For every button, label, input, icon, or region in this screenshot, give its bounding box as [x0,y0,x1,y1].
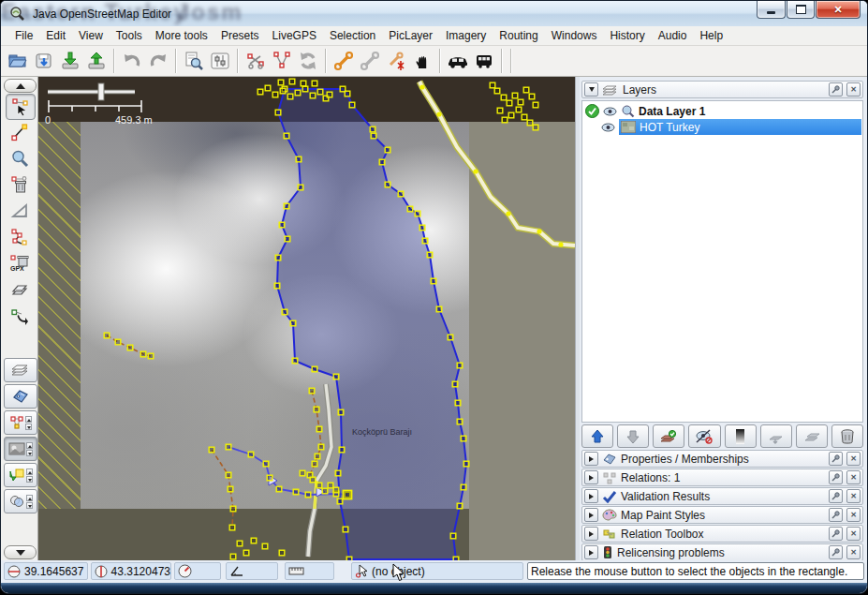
panel-relicensing[interactable]: Relicensing problems ✕ [581,543,863,561]
select-tool-button[interactable] [6,94,36,120]
map-canvas[interactable]: Koçköprü Barajı 0 459.3 m [38,77,575,560]
layer-duplicate-button[interactable] [796,424,828,448]
map-styles-button[interactable] [4,489,37,513]
layer-row-data-layer[interactable]: Data Layer 1 [583,103,861,119]
car-button[interactable] [445,48,471,74]
download-along-button[interactable] [4,463,37,487]
layer-name[interactable]: HOT Turkey [640,121,699,134]
relation-panel-button[interactable] [4,410,37,435]
panel-validation[interactable]: Validation Results ✕ [581,487,863,505]
menu-help[interactable]: Help [693,27,729,44]
close-panel-button[interactable]: ✕ [846,545,861,559]
pin-button[interactable] [829,470,843,484]
selected-layer-highlight[interactable]: HOT Turkey [619,119,861,135]
menu-tools[interactable]: Tools [110,27,149,44]
layer-opacity-button[interactable] [725,424,757,448]
pin-button[interactable] [829,452,843,466]
close-button[interactable]: ✕ [816,1,861,19]
close-panel-button[interactable]: ✕ [846,527,861,541]
expand-button[interactable] [584,527,598,541]
unglue-button[interactable] [243,48,269,74]
menu-piclayer[interactable]: PicLayer [382,27,439,44]
layer-visibility-button[interactable] [688,424,720,448]
expand-button[interactable] [584,545,598,559]
maximize-button[interactable] [787,1,815,19]
lake-polygon[interactable] [277,89,466,559]
pin-button[interactable] [829,489,843,503]
expand-button[interactable] [584,452,598,466]
upload-button[interactable] [83,48,110,74]
move-node-tool-button[interactable] [6,304,34,328]
layer-delete-button[interactable] [831,424,863,448]
menu-edit[interactable]: Edit [39,27,72,44]
bus-button[interactable] [471,48,497,74]
extrude-tool-button[interactable] [6,277,34,302]
layer-row-hot-turkey[interactable]: HOT Turkey [583,119,861,135]
scroll-down-button[interactable] [4,545,37,559]
layers-panel-button[interactable] [4,358,37,382]
selected-node[interactable] [344,491,352,499]
delete-tool-button[interactable] [6,172,34,197]
hand-button[interactable] [409,48,435,74]
spinner-control[interactable] [25,416,32,430]
layer-merge-button[interactable] [760,424,792,448]
zoom-slider[interactable] [48,83,135,100]
way-road-main[interactable] [419,82,575,245]
close-panel-button[interactable]: ✕ [846,508,861,522]
menu-file[interactable]: File [8,27,39,44]
zoom-slider-thumb[interactable] [98,83,104,100]
pin-button[interactable] [829,527,843,541]
zoom-tool-button[interactable] [6,146,34,171]
menu-history[interactable]: History [603,27,651,44]
close-panel-button[interactable]: ✕ [846,82,861,97]
title-bar[interactable]: Josm Eastern Turkey Java OpenStreetMap E… [1,1,867,27]
refresh-button[interactable] [295,48,321,74]
spinner-control[interactable] [26,469,33,483]
layer-down-button[interactable] [617,424,649,448]
close-panel-button[interactable]: ✕ [846,470,861,484]
menu-view[interactable]: View [72,27,110,44]
close-panel-button[interactable]: ✕ [846,452,861,466]
open-button[interactable] [5,48,31,74]
scroll-up-button[interactable] [4,79,37,93]
map-vector-layer[interactable]: Koçköprü Barajı 0 459.3 m [38,77,575,560]
menu-windows[interactable]: Windows [545,27,604,44]
collapse-button[interactable] [584,82,598,97]
search-presets-button[interactable] [181,48,207,74]
measure-tool-button[interactable] [6,199,34,223]
pin-button[interactable] [829,82,843,97]
layer-up-button[interactable] [581,424,613,448]
panel-properties[interactable]: Properties / Memberships ✕ [581,450,863,468]
follow-line-tool-button[interactable] [6,225,34,249]
preferences-button[interactable] [207,48,233,74]
menu-presets[interactable]: Presets [214,27,266,44]
redo-button[interactable] [145,48,171,74]
panel-relation-toolbox[interactable]: Relation Toolbox ✕ [581,525,863,543]
expand-button[interactable] [584,508,598,522]
spinner-control[interactable] [26,495,33,509]
pin-button[interactable] [829,545,843,559]
save-button[interactable] [31,48,57,74]
layer-activate-button[interactable] [653,424,684,448]
menu-audio[interactable]: Audio [652,27,694,44]
expand-button[interactable] [584,489,598,503]
imagery-panel-button[interactable] [4,437,37,461]
close-panel-button[interactable]: ✕ [846,489,861,503]
spinner-control[interactable] [26,442,33,456]
undo-button[interactable] [119,48,145,74]
tags-panel-button[interactable] [4,384,37,409]
panel-map-paint-styles[interactable]: Map Paint Styles ✕ [581,506,863,524]
pin-button[interactable] [829,508,843,522]
layers-panel-header[interactable]: Layers ✕ [581,81,863,98]
menu-selection[interactable]: Selection [323,27,382,44]
tools-gray-button[interactable] [357,48,383,74]
expand-button[interactable] [584,470,598,484]
tools-broken-button[interactable] [383,48,409,74]
tools-orange-button[interactable] [331,48,357,74]
menu-imagery[interactable]: Imagery [439,27,493,44]
menu-routing[interactable]: Routing [493,27,544,44]
menu-livegps[interactable]: LiveGPS [266,27,323,44]
eye-icon[interactable] [601,122,615,133]
merge-nodes-button[interactable] [269,48,295,74]
eye-icon[interactable] [603,106,617,117]
